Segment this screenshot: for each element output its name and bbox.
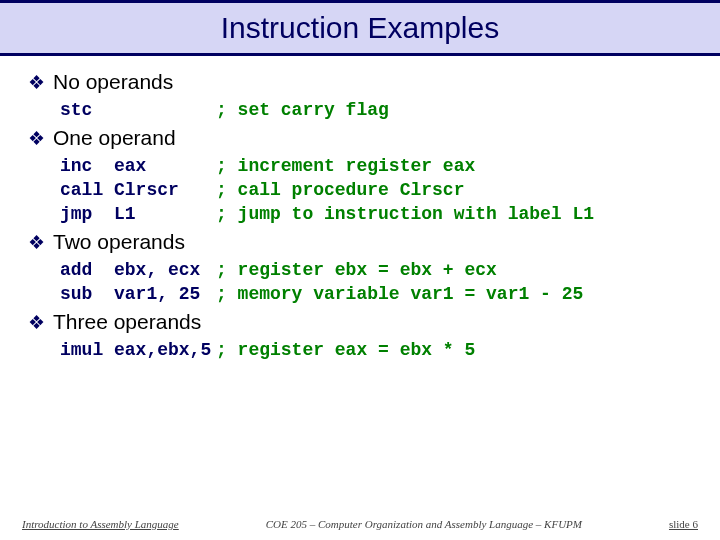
code-comment: ; register ebx = ebx + ecx <box>216 260 497 280</box>
code-arg: L1 <box>114 204 216 224</box>
code-comment: ; jump to instruction with label L1 <box>216 204 594 224</box>
code-op: call <box>60 180 114 200</box>
footer-center: COE 205 – Computer Organization and Asse… <box>179 518 669 530</box>
code-arg: Clrscr <box>114 180 216 200</box>
footer-right: slide 6 <box>669 518 698 530</box>
code-line: jmpL1; jump to instruction with label L1 <box>60 204 692 224</box>
code-arg: ebx, ecx <box>114 260 216 280</box>
code-line: callClrscr; call procedure Clrscr <box>60 180 692 200</box>
code-op: sub <box>60 284 114 304</box>
code-comment: ; register eax = ebx * 5 <box>216 340 475 360</box>
code-comment: ; increment register eax <box>216 156 475 176</box>
code-op: stc <box>60 100 114 120</box>
code-comment: ; set carry flag <box>216 100 389 120</box>
code-arg: eax,ebx,5 <box>114 340 216 360</box>
footer-left: Introduction to Assembly Language <box>22 518 179 530</box>
code-line: addebx, ecx; register ebx = ebx + ecx <box>60 260 692 280</box>
code-line: inceax; increment register eax <box>60 156 692 176</box>
code-arg: var1, 25 <box>114 284 216 304</box>
code-op: imul <box>60 340 114 360</box>
section-heading: One operand <box>28 126 692 150</box>
code-op: inc <box>60 156 114 176</box>
code-arg: eax <box>114 156 216 176</box>
slide-content: No operands stc; set carry flag One oper… <box>0 70 720 360</box>
code-line: subvar1, 25; memory variable var1 = var1… <box>60 284 692 304</box>
section-heading: Three operands <box>28 310 692 334</box>
code-line: imuleax,ebx,5; register eax = ebx * 5 <box>60 340 692 360</box>
section-heading: Two operands <box>28 230 692 254</box>
code-arg <box>114 100 216 120</box>
code-line: stc; set carry flag <box>60 100 692 120</box>
code-comment: ; call procedure Clrscr <box>216 180 464 200</box>
section-heading: No operands <box>28 70 692 94</box>
code-op: add <box>60 260 114 280</box>
code-op: jmp <box>60 204 114 224</box>
slide-footer: Introduction to Assembly Language COE 20… <box>0 511 720 540</box>
code-comment: ; memory variable var1 = var1 - 25 <box>216 284 583 304</box>
slide-title: Instruction Examples <box>0 0 720 56</box>
